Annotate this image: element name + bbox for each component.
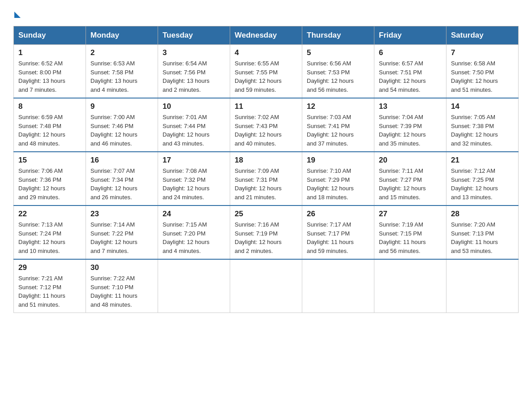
day-info: Sunrise: 7:13 AMSunset: 7:24 PMDaylight:… [18,221,65,254]
day-info: Sunrise: 7:04 AMSunset: 7:39 PMDaylight:… [379,114,426,147]
day-info: Sunrise: 7:09 AMSunset: 7:31 PMDaylight:… [235,167,282,201]
calendar-cell: 12Sunrise: 7:03 AMSunset: 7:41 PMDayligh… [302,98,374,152]
calendar-cell: 1Sunrise: 6:52 AMSunset: 8:00 PMDaylight… [14,45,86,98]
calendar-day-header: Monday [86,26,158,45]
day-number: 22 [18,210,81,218]
calendar-cell: 3Sunrise: 6:54 AMSunset: 7:56 PMDaylight… [158,45,230,98]
day-info: Sunrise: 7:10 AMSunset: 7:29 PMDaylight:… [307,167,354,201]
day-number: 18 [235,156,297,165]
day-info: Sunrise: 6:56 AMSunset: 7:53 PMDaylight:… [307,60,354,93]
calendar-cell [158,259,230,313]
day-info: Sunrise: 6:54 AMSunset: 7:56 PMDaylight:… [163,60,210,93]
calendar-day-header: Friday [374,26,446,45]
calendar-day-header: Tuesday [158,26,230,45]
calendar-header-row: SundayMondayTuesdayWednesdayThursdayFrid… [14,26,519,45]
calendar-cell: 30Sunrise: 7:22 AMSunset: 7:10 PMDayligh… [86,259,158,313]
day-info: Sunrise: 6:58 AMSunset: 7:50 PMDaylight:… [451,60,498,93]
day-number: 6 [379,48,442,57]
day-info: Sunrise: 7:17 AMSunset: 7:17 PMDaylight:… [307,221,354,254]
day-number: 27 [379,210,442,218]
day-info: Sunrise: 7:00 AMSunset: 7:46 PMDaylight:… [90,114,137,147]
day-number: 3 [163,48,225,57]
day-number: 24 [163,210,225,218]
calendar-cell: 29Sunrise: 7:21 AMSunset: 7:12 PMDayligh… [14,259,86,313]
day-number: 17 [163,156,225,165]
day-number: 8 [18,102,81,111]
calendar-cell [446,259,519,313]
day-info: Sunrise: 7:01 AMSunset: 7:44 PMDaylight:… [163,114,210,147]
calendar-day-header: Sunday [14,26,86,45]
calendar-cell: 28Sunrise: 7:20 AMSunset: 7:13 PMDayligh… [446,206,519,259]
calendar-cell: 25Sunrise: 7:16 AMSunset: 7:19 PMDayligh… [230,206,302,259]
calendar-cell [230,259,302,313]
day-number: 9 [90,102,153,111]
day-number: 4 [235,48,297,57]
day-info: Sunrise: 7:11 AMSunset: 7:27 PMDaylight:… [379,167,426,201]
day-info: Sunrise: 7:06 AMSunset: 7:36 PMDaylight:… [18,167,65,201]
calendar-cell [374,259,446,313]
calendar-cell: 17Sunrise: 7:08 AMSunset: 7:32 PMDayligh… [158,152,230,206]
calendar-cell: 18Sunrise: 7:09 AMSunset: 7:31 PMDayligh… [230,152,302,206]
day-number: 15 [18,156,81,165]
logo [13,9,21,18]
calendar-cell: 2Sunrise: 6:53 AMSunset: 7:58 PMDaylight… [86,45,158,98]
calendar-cell: 4Sunrise: 6:55 AMSunset: 7:55 PMDaylight… [230,45,302,98]
calendar-cell: 13Sunrise: 7:04 AMSunset: 7:39 PMDayligh… [374,98,446,152]
calendar-cell: 10Sunrise: 7:01 AMSunset: 7:44 PMDayligh… [158,98,230,152]
day-number: 13 [379,102,442,111]
day-number: 28 [451,210,514,218]
day-info: Sunrise: 6:57 AMSunset: 7:51 PMDaylight:… [379,60,426,93]
logo-blue-container [13,9,21,18]
calendar-week-row: 29Sunrise: 7:21 AMSunset: 7:12 PMDayligh… [14,259,519,313]
day-info: Sunrise: 6:55 AMSunset: 7:55 PMDaylight:… [235,60,282,93]
day-info: Sunrise: 6:53 AMSunset: 7:58 PMDaylight:… [90,60,137,93]
calendar-cell: 14Sunrise: 7:05 AMSunset: 7:38 PMDayligh… [446,98,519,152]
day-number: 2 [90,48,153,57]
day-number: 19 [307,156,369,165]
day-info: Sunrise: 7:03 AMSunset: 7:41 PMDaylight:… [307,114,354,147]
day-info: Sunrise: 7:20 AMSunset: 7:13 PMDaylight:… [451,221,498,254]
calendar-cell: 20Sunrise: 7:11 AMSunset: 7:27 PMDayligh… [374,152,446,206]
day-info: Sunrise: 6:59 AMSunset: 7:48 PMDaylight:… [18,114,65,147]
calendar-week-row: 1Sunrise: 6:52 AMSunset: 8:00 PMDaylight… [14,45,519,98]
day-info: Sunrise: 7:16 AMSunset: 7:19 PMDaylight:… [235,221,282,254]
calendar-cell: 24Sunrise: 7:15 AMSunset: 7:20 PMDayligh… [158,206,230,259]
day-number: 1 [18,48,81,57]
day-number: 7 [451,48,514,57]
calendar-cell: 19Sunrise: 7:10 AMSunset: 7:29 PMDayligh… [302,152,374,206]
calendar-day-header: Saturday [446,26,519,45]
calendar-cell: 26Sunrise: 7:17 AMSunset: 7:17 PMDayligh… [302,206,374,259]
calendar-cell: 22Sunrise: 7:13 AMSunset: 7:24 PMDayligh… [14,206,86,259]
calendar-cell: 15Sunrise: 7:06 AMSunset: 7:36 PMDayligh… [14,152,86,206]
calendar-day-header: Wednesday [230,26,302,45]
day-number: 23 [90,210,153,218]
calendar-week-row: 8Sunrise: 6:59 AMSunset: 7:48 PMDaylight… [14,98,519,152]
calendar-cell: 9Sunrise: 7:00 AMSunset: 7:46 PMDaylight… [86,98,158,152]
calendar-cell: 11Sunrise: 7:02 AMSunset: 7:43 PMDayligh… [230,98,302,152]
calendar-cell [302,259,374,313]
day-number: 12 [307,102,369,111]
calendar-cell: 16Sunrise: 7:07 AMSunset: 7:34 PMDayligh… [86,152,158,206]
calendar-cell: 27Sunrise: 7:19 AMSunset: 7:15 PMDayligh… [374,206,446,259]
day-number: 5 [307,48,369,57]
day-number: 29 [18,263,81,272]
day-info: Sunrise: 6:52 AMSunset: 8:00 PMDaylight:… [18,60,65,93]
day-info: Sunrise: 7:19 AMSunset: 7:15 PMDaylight:… [379,221,426,254]
day-number: 14 [451,102,514,111]
day-number: 25 [235,210,297,218]
day-info: Sunrise: 7:22 AMSunset: 7:10 PMDaylight:… [90,275,137,308]
day-info: Sunrise: 7:15 AMSunset: 7:20 PMDaylight:… [163,221,210,254]
calendar-cell: 23Sunrise: 7:14 AMSunset: 7:22 PMDayligh… [86,206,158,259]
day-info: Sunrise: 7:12 AMSunset: 7:25 PMDaylight:… [451,167,498,201]
day-number: 21 [451,156,514,165]
calendar-cell: 5Sunrise: 6:56 AMSunset: 7:53 PMDaylight… [302,45,374,98]
day-number: 11 [235,102,297,111]
calendar-cell: 21Sunrise: 7:12 AMSunset: 7:25 PMDayligh… [446,152,519,206]
day-info: Sunrise: 7:14 AMSunset: 7:22 PMDaylight:… [90,221,137,254]
day-info: Sunrise: 7:21 AMSunset: 7:12 PMDaylight:… [18,275,65,308]
calendar-table: SundayMondayTuesdayWednesdayThursdayFrid… [13,26,519,313]
calendar-cell: 8Sunrise: 6:59 AMSunset: 7:48 PMDaylight… [14,98,86,152]
page-header [13,9,519,18]
day-number: 20 [379,156,442,165]
day-number: 30 [90,263,153,272]
